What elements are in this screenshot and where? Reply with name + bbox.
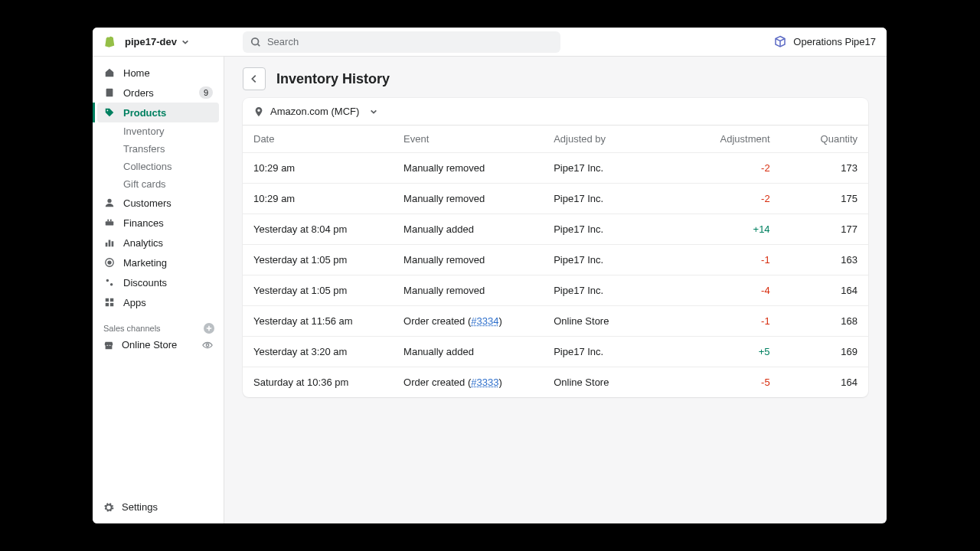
table-row: Yesterday at 1:05 pmManually removedPipe…	[243, 276, 868, 306]
add-channel-button[interactable]	[204, 323, 214, 334]
account-label: Operations Pipe17	[793, 36, 876, 47]
cell-adjustment: -4	[693, 276, 780, 306]
back-button[interactable]	[243, 67, 266, 90]
cell-quantity: 169	[781, 337, 868, 367]
eye-icon[interactable]	[202, 340, 213, 350]
main: Inventory History Amazon.com (MCF) Date …	[224, 57, 887, 523]
svg-rect-7	[106, 243, 108, 246]
col-event: Event	[393, 126, 543, 153]
home-icon	[103, 67, 116, 79]
sidebar-item-label: Marketing	[123, 257, 167, 269]
search-input[interactable]: Search	[243, 31, 560, 53]
cell-adjusted-by: Pipe17 Inc.	[543, 245, 693, 276]
analytics-icon	[103, 236, 116, 249]
sidebar-item-analytics[interactable]: Analytics	[97, 233, 219, 253]
sidebar-subitem-collections[interactable]: Collections	[97, 158, 219, 175]
sidebar-item-home[interactable]: Home	[97, 63, 219, 83]
cell-date: Yesterday at 1:05 pm	[243, 276, 393, 306]
page-title: Inventory History	[276, 71, 390, 87]
order-link[interactable]: #3333	[471, 377, 498, 388]
orders-icon	[103, 86, 116, 99]
svg-rect-5	[107, 220, 109, 222]
sidebar-item-label: Products	[123, 107, 166, 119]
inventory-history-card: Amazon.com (MCF) Date Event Adjusted by …	[243, 98, 868, 397]
store-name: pipe17-dev	[125, 36, 177, 47]
cell-date: Yesterday at 1:05 pm	[243, 245, 393, 276]
sales-channels-label: Sales channels	[103, 324, 161, 333]
sidebar-item-finances[interactable]: Finances	[97, 213, 219, 233]
sidebar-item-marketing[interactable]: Marketing	[97, 253, 219, 272]
sidebar-item-discounts[interactable]: Discounts	[97, 272, 219, 292]
sidebar-item-settings[interactable]: Settings	[93, 494, 224, 523]
apps-icon	[103, 296, 116, 308]
store-switcher[interactable]: pipe17-dev	[125, 36, 189, 47]
table-body: 10:29 amManually removedPipe17 Inc.-2173…	[243, 153, 868, 398]
svg-point-0	[252, 37, 259, 44]
table-header-row: Date Event Adjusted by Adjustment Quanti…	[243, 126, 868, 153]
sidebar-item-label: Home	[123, 67, 150, 79]
channel-online-store[interactable]: Online Store	[93, 335, 224, 354]
svg-point-16	[206, 344, 209, 347]
svg-rect-14	[106, 303, 109, 306]
location-label: Amazon.com (MCF)	[270, 106, 359, 117]
cell-event: Order created (#3333)	[393, 367, 543, 398]
col-date: Date	[243, 126, 393, 153]
sidebar-item-products[interactable]: Products	[97, 103, 219, 122]
sidebar-item-label: Customers	[123, 197, 172, 209]
sidebar-item-label: Orders	[123, 87, 154, 99]
account-menu[interactable]: Operations Pipe17	[773, 35, 876, 49]
cell-event: Manually removed	[393, 276, 543, 306]
sales-channels-heading: Sales channels	[93, 315, 224, 335]
svg-point-10	[107, 260, 111, 264]
sidebar: Home Orders 9 Products Inventory Transfe…	[93, 57, 224, 523]
search-icon	[250, 37, 261, 47]
cell-event: Manually removed	[393, 153, 543, 184]
sidebar-item-orders[interactable]: Orders 9	[97, 83, 219, 103]
sidebar-subitem-inventory[interactable]: Inventory	[97, 122, 219, 140]
sidebar-item-label: Apps	[123, 297, 146, 308]
inventory-history-table: Date Event Adjusted by Adjustment Quanti…	[243, 125, 868, 397]
sidebar-item-label: Discounts	[123, 277, 167, 289]
svg-rect-12	[106, 298, 109, 302]
sidebar-subitem-gift-cards[interactable]: Gift cards	[97, 175, 219, 193]
sidebar-item-apps[interactable]: Apps	[97, 292, 219, 312]
cell-date: Yesterday at 8:04 pm	[243, 214, 393, 245]
cell-date: 10:29 am	[243, 153, 393, 184]
cell-date: Yesterday at 3:20 am	[243, 337, 393, 367]
cell-quantity: 168	[781, 306, 868, 337]
sidebar-item-customers[interactable]: Customers	[97, 193, 219, 213]
cell-adjustment: -1	[693, 306, 780, 337]
cell-adjustment: +14	[693, 214, 780, 245]
cell-adjusted-by: Pipe17 Inc.	[543, 184, 693, 214]
table-row: 10:29 amManually removedPipe17 Inc.-2175	[243, 184, 868, 214]
cell-adjustment: -5	[693, 367, 780, 398]
cell-adjusted-by: Online Store	[543, 367, 693, 398]
sidebar-item-label: Finances	[123, 217, 164, 229]
cell-date: Yesterday at 11:56 am	[243, 306, 393, 337]
chevron-down-icon	[370, 108, 377, 116]
cell-adjusted-by: Pipe17 Inc.	[543, 337, 693, 367]
cell-adjusted-by: Pipe17 Inc.	[543, 276, 693, 306]
cell-adjusted-by: Online Store	[543, 306, 693, 337]
cell-adjustment: -2	[693, 184, 780, 214]
svg-rect-6	[110, 220, 112, 222]
cell-quantity: 164	[781, 276, 868, 306]
svg-rect-4	[106, 221, 114, 225]
sidebar-item-label: Analytics	[123, 237, 163, 249]
svg-point-2	[107, 110, 109, 112]
page-header: Inventory History	[243, 67, 868, 90]
svg-rect-1	[106, 89, 113, 97]
cell-quantity: 175	[781, 184, 868, 214]
location-selector[interactable]: Amazon.com (MCF)	[243, 98, 868, 125]
body: Home Orders 9 Products Inventory Transfe…	[93, 57, 887, 523]
sidebar-subitem-transfers[interactable]: Transfers	[97, 140, 219, 158]
table-row: Saturday at 10:36 pmOrder created (#3333…	[243, 367, 868, 398]
finances-icon	[103, 217, 116, 229]
channel-label: Online Store	[122, 339, 177, 350]
order-link[interactable]: #3334	[471, 315, 498, 327]
gear-icon	[103, 502, 114, 513]
nav: Home Orders 9 Products Inventory Transfe…	[93, 60, 224, 315]
cell-adjustment: -2	[693, 153, 780, 184]
products-icon	[103, 106, 116, 119]
cell-event: Manually added	[393, 214, 543, 245]
